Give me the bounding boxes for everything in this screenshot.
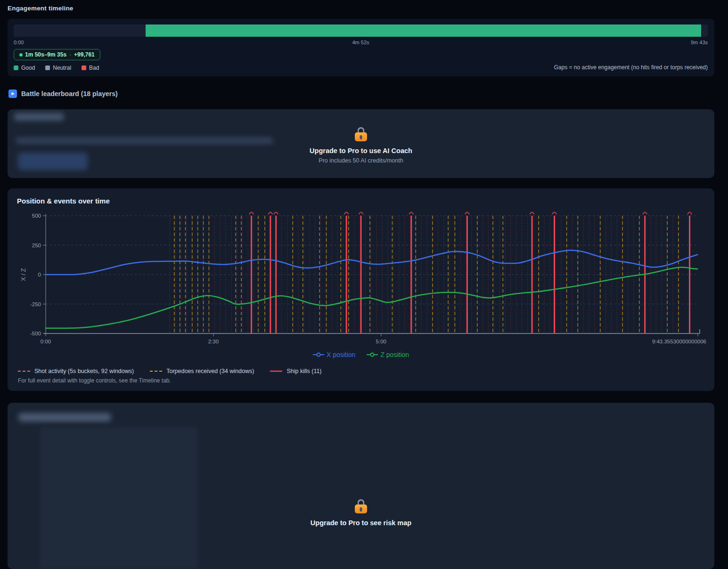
ship-kills-label: Ship kills (11) bbox=[286, 368, 321, 374]
legend-torpedoes: Torpedoes received (34 windows) bbox=[150, 368, 254, 374]
series-legend: X position Z position bbox=[8, 350, 714, 360]
badge-dot-icon bbox=[19, 53, 23, 57]
svg-text:-500: -500 bbox=[30, 331, 41, 336]
battle-leaderboard-toggle[interactable]: ▶ Battle leaderboard (18 players) bbox=[8, 89, 118, 98]
badge-separator: · bbox=[69, 51, 72, 58]
legend-z-position-label: Z position bbox=[380, 351, 409, 358]
gaps-note: Gaps = no active engagement (no hits fir… bbox=[554, 64, 708, 71]
legend-shot-activity: Shot activity (5s buckets, 92 windows) bbox=[18, 368, 134, 374]
timeline-start-label: 0:00 bbox=[14, 40, 24, 45]
svg-text:250: 250 bbox=[32, 243, 41, 248]
line-marker-icon bbox=[367, 352, 378, 358]
dashed-line-icon bbox=[18, 370, 30, 373]
engagement-good-segment bbox=[146, 24, 701, 37]
blurred-card-heading bbox=[14, 113, 64, 121]
engagement-timeline-bar[interactable] bbox=[14, 24, 708, 37]
good-label: Good bbox=[21, 65, 35, 71]
legend-x-position-label: X position bbox=[327, 351, 355, 358]
timeline-mid-label: 4m 52s bbox=[352, 40, 369, 45]
timeline-time-labels: 0:00 4m 52s 9m 43s bbox=[14, 40, 708, 46]
ai-coach-locked-subtitle: Pro includes 50 AI credits/month bbox=[319, 157, 403, 164]
chart-note: For full event detail with toggle contro… bbox=[18, 377, 171, 384]
badge-delta: +99,761 bbox=[74, 51, 95, 58]
ai-coach-locked-title: Upgrade to Pro to use AI Coach bbox=[310, 147, 412, 154]
timeline-end-label: 9m 43s bbox=[691, 40, 708, 45]
position-events-card: Position & events over time 5002500-250-… bbox=[8, 188, 714, 391]
blurred-card-heading bbox=[19, 413, 111, 422]
svg-text:2:30: 2:30 bbox=[208, 339, 219, 344]
line-marker-icon bbox=[313, 352, 324, 358]
chart-title: Position & events over time bbox=[17, 197, 110, 205]
lock-icon bbox=[355, 127, 367, 141]
timeline-legend-good: Good bbox=[14, 65, 35, 71]
lock-icon bbox=[355, 499, 367, 513]
play-icon[interactable]: ▶ bbox=[8, 89, 17, 98]
svg-text:5:00: 5:00 bbox=[376, 339, 386, 344]
position-events-chart[interactable]: 5002500-250-5000:002:305:009:43.35530000… bbox=[15, 209, 709, 350]
bad-swatch-icon bbox=[82, 65, 86, 70]
legend-ship-kills: Ship kills (11) bbox=[270, 368, 321, 374]
ai-coach-locked-card: Upgrade to Pro to use AI Coach Pro inclu… bbox=[8, 109, 714, 178]
legend-z-position: Z position bbox=[367, 351, 409, 358]
engagement-timeline-card: 0:00 4m 52s 9m 43s 1m 50s–9m 35s · +99,7… bbox=[8, 19, 714, 76]
dashed-line-icon bbox=[150, 370, 162, 373]
shot-activity-label: Shot activity (5s buckets, 92 windows) bbox=[34, 368, 134, 374]
svg-text:X / Z: X / Z bbox=[20, 268, 27, 281]
event-legend: Shot activity (5s buckets, 92 windows) T… bbox=[18, 367, 322, 375]
svg-text:9:43.35530000000006: 9:43.35530000000006 bbox=[652, 339, 706, 344]
torpedoes-label: Torpedoes received (34 windows) bbox=[166, 368, 254, 374]
timeline-legend-bad: Bad bbox=[82, 65, 99, 71]
bad-label: Bad bbox=[89, 65, 99, 71]
blurred-risk-grid bbox=[40, 427, 198, 569]
svg-text:-250: -250 bbox=[30, 301, 41, 307]
solid-line-icon bbox=[270, 370, 282, 373]
engagement-range-badge: 1m 50s–9m 35s · +99,761 bbox=[14, 49, 100, 60]
risk-map-locked-title: Upgrade to Pro to see risk map bbox=[311, 519, 411, 527]
svg-text:500: 500 bbox=[32, 213, 41, 219]
timeline-legend-neutral: Neutral bbox=[45, 65, 71, 71]
legend-x-position: X position bbox=[313, 351, 355, 358]
svg-text:0: 0 bbox=[38, 272, 41, 277]
risk-map-locked-card: Upgrade to Pro to see risk map bbox=[8, 403, 714, 569]
engagement-timeline-title: Engagement timeline bbox=[8, 5, 74, 12]
badge-range: 1m 50s–9m 35s bbox=[25, 51, 66, 58]
svg-text:0:00: 0:00 bbox=[41, 339, 51, 344]
good-swatch-icon bbox=[14, 65, 18, 70]
battle-leaderboard-label[interactable]: Battle leaderboard (18 players) bbox=[21, 90, 118, 98]
neutral-label: Neutral bbox=[53, 65, 71, 71]
neutral-swatch-icon bbox=[45, 65, 50, 70]
